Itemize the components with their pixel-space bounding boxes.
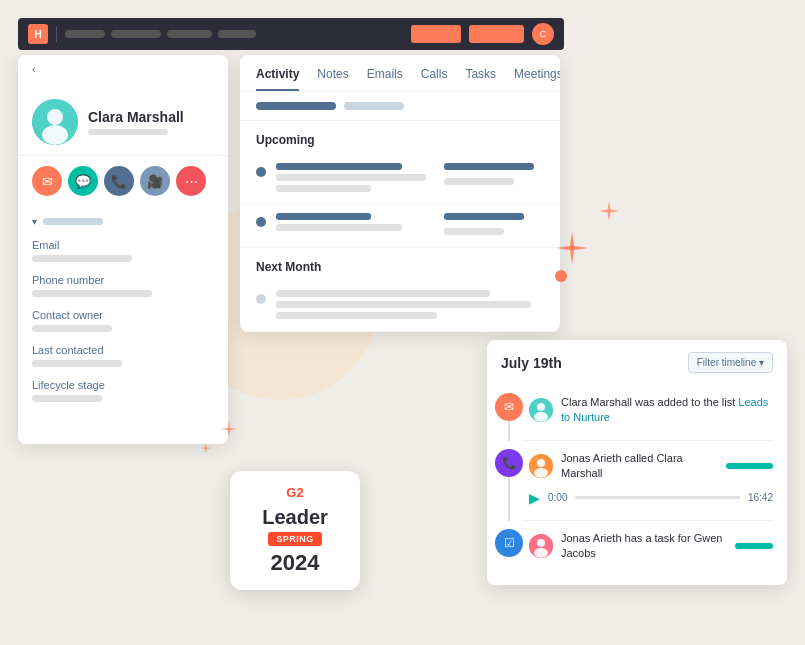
user-avatar[interactable]: C (532, 23, 554, 45)
call-action-button[interactable]: 📞 (104, 166, 134, 196)
sparkle-decoration-3 (220, 420, 238, 442)
tab-notes[interactable]: Notes (317, 67, 348, 91)
activity-item-2 (240, 205, 560, 248)
upcoming-section-title: Upcoming (240, 121, 560, 155)
filter-pill-1[interactable] (256, 102, 336, 110)
svg-point-4 (537, 403, 545, 411)
timeline-content-1: Clara Marshall was added to the list Lea… (523, 385, 773, 441)
activity-lines-2 (276, 213, 434, 239)
tl-user-row-2: Jonas Arieth called Clara Marshall (529, 451, 773, 482)
video-action-button[interactable]: 🎥 (140, 166, 170, 196)
timeline-line-col-1: ✉ (487, 385, 523, 441)
lifecycle-property: Lifecycle stage (32, 379, 214, 402)
timeline-item-call: 📞 Jonas Arieth called Clara Marshall (487, 441, 787, 521)
sparkle-decoration-1 (554, 230, 590, 270)
svg-point-7 (537, 459, 545, 467)
phone-property: Phone number (32, 274, 214, 297)
audio-duration: 16:42 (748, 492, 773, 503)
audio-progress-bar[interactable] (575, 496, 740, 499)
tl-task-badge (735, 543, 773, 549)
timeline-circle-email: ✉ (495, 393, 523, 421)
filter-timeline-button[interactable]: Filter timeline ▾ (688, 352, 773, 373)
crm-contact-panel: ‹ Clara Marshall ✉ 💬 📞 🎥 ⋯ (18, 55, 228, 444)
timeline-date: July 19th (501, 355, 562, 371)
svg-point-2 (42, 125, 68, 145)
toggle-arrow-icon: ▾ (32, 216, 37, 227)
tl-user-row-3: Jonas Arieth has a task for Gwen Jacobs (529, 531, 773, 562)
create-button[interactable] (469, 25, 524, 43)
activity-icon-3 (256, 294, 266, 304)
contact-owner-value (32, 325, 112, 332)
email-value (32, 255, 132, 262)
activity-item-3 (240, 282, 560, 332)
timeline-item-task: ☑ Jonas Arieth has a task for Gwen Jacob… (487, 521, 787, 576)
tab-activity[interactable]: Activity (256, 67, 299, 91)
nav-item-2[interactable] (111, 30, 161, 38)
tab-tasks[interactable]: Tasks (465, 67, 496, 91)
activity-filter-bar (240, 92, 560, 121)
tl-text-2: Jonas Arieth called Clara Marshall (561, 451, 718, 482)
properties-toggle[interactable]: ▾ (32, 216, 214, 227)
tab-calls[interactable]: Calls (421, 67, 448, 91)
email-action-button[interactable]: ✉ (32, 166, 62, 196)
activity-line-2a (276, 213, 371, 220)
tl-avatar-jonas (529, 454, 553, 478)
last-contacted-label: Last contacted (32, 344, 214, 356)
timeline-line-col-2: 📞 (487, 441, 523, 521)
contact-subtitle (88, 129, 168, 135)
timeline-panel: July 19th Filter timeline ▾ ✉ (487, 340, 787, 585)
activity-line-1c (276, 185, 371, 192)
last-contacted-value (32, 360, 122, 367)
tl-text-3: Jonas Arieth has a task for Gwen Jacobs (561, 531, 727, 562)
play-button[interactable]: ▶ (529, 490, 540, 506)
activity-lines-3 (276, 290, 544, 323)
timeline-header: July 19th Filter timeline ▾ (487, 340, 787, 385)
main-wrapper: H C ‹ Clara Marshall (0, 0, 805, 645)
svg-point-10 (537, 539, 545, 547)
email-property: Email (32, 239, 214, 262)
nav-search-bar[interactable] (411, 25, 461, 43)
activity-lines-1 (276, 163, 434, 196)
activity-meta-1 (444, 163, 534, 170)
activity-line-3b (276, 301, 531, 308)
tl-avatar-clara (529, 398, 553, 422)
tl-avatar-gwen (529, 534, 553, 558)
chat-action-button[interactable]: 💬 (68, 166, 98, 196)
properties-toggle-label (43, 218, 103, 225)
activity-meta-2 (444, 178, 514, 185)
more-action-button[interactable]: ⋯ (176, 166, 206, 196)
activity-line-3a (276, 290, 490, 297)
phone-label: Phone number (32, 274, 214, 286)
activity-line-1b (276, 174, 426, 181)
contact-header: Clara Marshall (18, 83, 228, 156)
nav-divider (56, 26, 57, 42)
nav-item-1[interactable] (65, 30, 105, 38)
tab-meetings[interactable]: Meetings (514, 67, 560, 91)
contact-avatar (32, 99, 78, 145)
tl-audio-player: ▶ 0:00 16:42 (529, 486, 773, 510)
timeline-circle-call: 📞 (495, 449, 523, 477)
contact-owner-label: Contact owner (32, 309, 214, 321)
filter-pill-2[interactable] (344, 102, 404, 110)
svg-point-5 (534, 412, 548, 422)
g2-spring-badge: SPRING (268, 532, 322, 546)
nav-item-4[interactable] (218, 30, 256, 38)
orange-dot (555, 270, 567, 282)
activity-line-2b (276, 224, 402, 231)
g2-year: 2024 (246, 550, 344, 576)
nav-items (65, 30, 256, 38)
timeline-items: ✉ Clara Marshall was added (487, 385, 787, 585)
g2-leader-text: Leader (246, 506, 344, 528)
hubspot-logo: H (28, 24, 48, 44)
nav-item-3[interactable] (167, 30, 212, 38)
timeline-circle-task: ☑ (495, 529, 523, 557)
timeline-connector-1 (508, 421, 510, 441)
svg-point-11 (534, 548, 548, 558)
phone-value (32, 290, 152, 297)
activity-line-1a (276, 163, 402, 170)
tab-emails[interactable]: Emails (367, 67, 403, 91)
activity-meta-4 (444, 228, 504, 235)
back-button[interactable]: ‹ (18, 55, 228, 83)
timeline-content-2: Jonas Arieth called Clara Marshall ▶ 0:0… (523, 441, 773, 521)
sparkle-decoration-2 (598, 200, 620, 226)
